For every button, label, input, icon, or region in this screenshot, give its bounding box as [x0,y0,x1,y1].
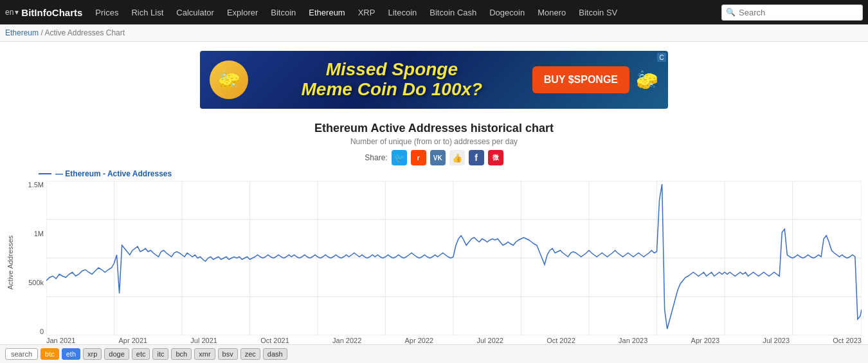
x-label-jul2021: Jul 2021 [190,337,217,344]
coin-etc-tag[interactable]: etc [132,348,150,360]
nav-ethereum[interactable]: Ethereum [303,8,350,17]
x-label-jul2023: Jul 2023 [763,337,790,344]
share-label: Share: [365,153,387,162]
x-label-oct2022: Oct 2022 [547,337,575,344]
share-vk-button[interactable]: VK [430,150,446,165]
navbar: en▾ BitInfoCharts Prices Rich List Calcu… [0,0,868,24]
chart-inner: 1.5M 1M 500k 0 [19,181,862,344]
coin-dash-tag[interactable]: dash [263,348,287,360]
y-label-1.5m: 1.5M [19,181,44,189]
nav-bitcoincash[interactable]: Bitcoin Cash [424,8,482,17]
breadcrumb-parent[interactable]: Ethereum [5,28,39,37]
chart-svg[interactable] [46,181,862,335]
nav-calculator[interactable]: Calculator [171,8,219,17]
coin-btc-tag[interactable]: btc [41,348,59,360]
x-label-apr2023: Apr 2023 [691,337,720,344]
x-label-jul2022: Jul 2022 [476,337,503,344]
coin-eth-tag[interactable]: eth [62,348,80,360]
coin-search-tag[interactable]: search [5,348,38,360]
coin-xrp-tag[interactable]: xrp [83,348,102,360]
nav-monero[interactable]: Monero [532,8,571,17]
chart-subtitle: Number of unique (from or to) addresses … [0,137,868,146]
share-twitter-button[interactable]: 🐦 [392,150,407,165]
ad-banner: 🧽 Missed Sponge Meme Coin Do 100x? BUY $… [200,51,668,109]
share-reddit-button[interactable]: r [411,150,426,165]
ad-button[interactable]: BUY $SPONGE [532,66,629,93]
x-label-apr2021: Apr 2021 [118,337,147,344]
x-label-jan2022: Jan 2022 [332,337,361,344]
x-label-oct2023: Oct 2023 [833,337,862,344]
coin-doge-tag[interactable]: doge [104,348,129,360]
lang-label: en [5,8,14,17]
nav-xrp[interactable]: XRP [353,8,381,17]
share-like-button[interactable]: 👍 [449,150,465,165]
chart-wrap: Active Addresses 1.5M 1M 500k 0 [6,181,862,344]
nav-bitcoin[interactable]: Bitcoin [266,8,301,17]
chart-main-title: Ethereum Active Addresses historical cha… [0,122,868,135]
x-label-jan2023: Jan 2023 [619,337,647,344]
y-axis-label: Active Addresses [6,181,17,344]
legend-text: — Ethereum - Active Addresses [55,169,172,178]
nav-bitcoinsv[interactable]: Bitcoin SV [574,8,622,17]
y-label-1m: 1M [19,230,44,237]
coin-bsv-tag[interactable]: bsv [218,348,238,360]
chart-title-section: Ethereum Active Addresses historical cha… [0,122,868,165]
coin-bch-tag[interactable]: bch [171,348,192,360]
breadcrumb: Ethereum / Active Addresses Chart [0,24,868,42]
coin-itc-tag[interactable]: itc [152,348,168,360]
breadcrumb-current: Active Addresses Chart [44,28,125,37]
bottom-toolbar: search btc eth xrp doge etc itc bch xmr … [0,344,868,363]
lang-selector[interactable]: en▾ [5,8,19,17]
share-facebook-button[interactable]: f [469,150,484,165]
nav-richlist[interactable]: Rich List [126,8,168,17]
coin-xmr-tag[interactable]: xmr [194,348,215,360]
nav-litecoin[interactable]: Litecoin [383,8,422,17]
site-logo[interactable]: BitInfoCharts [21,7,82,18]
chart-container: — Ethereum - Active Addresses Active Add… [0,169,868,344]
y-label-500k: 500k [19,279,44,286]
ad-close-button[interactable]: C [657,53,666,62]
search-input[interactable] [721,5,863,21]
x-label-jan2021: Jan 2021 [46,337,75,344]
x-label-oct2021: Oct 2021 [260,337,289,344]
x-label-apr2022: Apr 2022 [405,337,434,344]
share-weibo-button[interactable]: 微 [488,150,503,165]
nav-prices[interactable]: Prices [90,8,123,17]
search-icon: 🔍 [726,8,736,17]
chart-legend: — Ethereum - Active Addresses [39,169,862,178]
y-label-0: 0 [19,328,44,335]
search-wrap: 🔍 [721,5,863,21]
share-row: Share: 🐦 r VK 👍 f 微 [0,150,868,165]
nav-dogecoin[interactable]: Dogecoin [484,8,530,17]
nav-explorer[interactable]: Explorer [222,8,263,17]
coin-zec-tag[interactable]: zec [240,348,260,360]
legend-line [39,173,51,174]
